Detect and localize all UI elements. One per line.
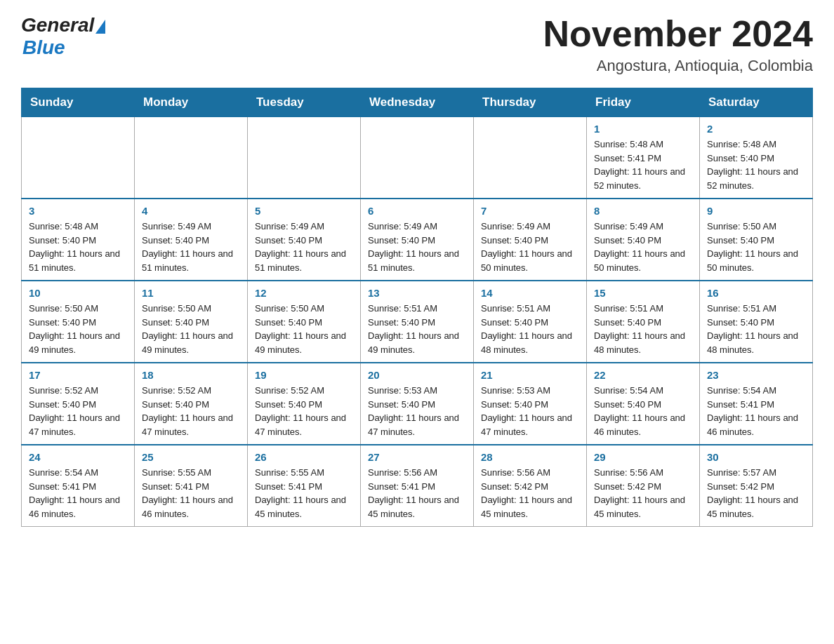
day-number: 8 [594, 205, 692, 217]
day-info: Sunrise: 5:48 AM Sunset: 5:40 PM Dayligh… [29, 220, 127, 274]
day-number: 25 [142, 451, 240, 463]
day-of-week-header: Tuesday [248, 88, 361, 117]
day-number: 22 [594, 369, 692, 381]
calendar-week-row: 1Sunrise: 5:48 AM Sunset: 5:41 PM Daylig… [22, 117, 813, 199]
day-number: 17 [29, 369, 127, 381]
calendar-week-row: 10Sunrise: 5:50 AM Sunset: 5:40 PM Dayli… [22, 281, 813, 363]
day-number: 23 [707, 369, 805, 381]
day-info: Sunrise: 5:52 AM Sunset: 5:40 PM Dayligh… [142, 384, 240, 438]
day-of-week-header: Thursday [474, 88, 587, 117]
calendar-cell [135, 117, 248, 199]
calendar-cell: 2Sunrise: 5:48 AM Sunset: 5:40 PM Daylig… [700, 117, 813, 199]
day-info: Sunrise: 5:54 AM Sunset: 5:41 PM Dayligh… [707, 384, 805, 438]
day-info: Sunrise: 5:55 AM Sunset: 5:41 PM Dayligh… [255, 466, 353, 521]
location: Angostura, Antioquia, Colombia [543, 57, 813, 75]
day-info: Sunrise: 5:51 AM Sunset: 5:40 PM Dayligh… [481, 302, 579, 356]
calendar-week-row: 3Sunrise: 5:48 AM Sunset: 5:40 PM Daylig… [22, 199, 813, 281]
day-number: 20 [368, 369, 466, 381]
calendar-cell: 22Sunrise: 5:54 AM Sunset: 5:40 PM Dayli… [587, 363, 700, 445]
month-title: November 2024 [543, 14, 813, 54]
calendar-cell: 14Sunrise: 5:51 AM Sunset: 5:40 PM Dayli… [474, 281, 587, 363]
calendar-cell: 4Sunrise: 5:49 AM Sunset: 5:40 PM Daylig… [135, 199, 248, 281]
day-number: 4 [142, 205, 240, 217]
calendar-week-row: 17Sunrise: 5:52 AM Sunset: 5:40 PM Dayli… [22, 363, 813, 445]
calendar-cell [361, 117, 474, 199]
calendar-cell: 6Sunrise: 5:49 AM Sunset: 5:40 PM Daylig… [361, 199, 474, 281]
day-number: 12 [255, 287, 353, 299]
calendar-cell: 23Sunrise: 5:54 AM Sunset: 5:41 PM Dayli… [700, 363, 813, 445]
calendar-cell: 19Sunrise: 5:52 AM Sunset: 5:40 PM Dayli… [248, 363, 361, 445]
day-info: Sunrise: 5:48 AM Sunset: 5:41 PM Dayligh… [594, 137, 692, 192]
day-info: Sunrise: 5:50 AM Sunset: 5:40 PM Dayligh… [707, 220, 805, 274]
calendar-cell: 30Sunrise: 5:57 AM Sunset: 5:42 PM Dayli… [700, 445, 813, 527]
day-info: Sunrise: 5:54 AM Sunset: 5:41 PM Dayligh… [29, 466, 127, 521]
day-number: 18 [142, 369, 240, 381]
page-header: General Blue November 2024 Angostura, An… [21, 14, 813, 75]
calendar-cell [22, 117, 135, 199]
day-of-week-header: Wednesday [361, 88, 474, 117]
day-info: Sunrise: 5:49 AM Sunset: 5:40 PM Dayligh… [594, 220, 692, 274]
calendar-cell: 8Sunrise: 5:49 AM Sunset: 5:40 PM Daylig… [587, 199, 700, 281]
calendar-cell: 26Sunrise: 5:55 AM Sunset: 5:41 PM Dayli… [248, 445, 361, 527]
day-number: 13 [368, 287, 466, 299]
calendar-cell: 7Sunrise: 5:49 AM Sunset: 5:40 PM Daylig… [474, 199, 587, 281]
day-number: 11 [142, 287, 240, 299]
day-info: Sunrise: 5:49 AM Sunset: 5:40 PM Dayligh… [255, 220, 353, 274]
day-of-week-header: Friday [587, 88, 700, 117]
calendar-week-row: 24Sunrise: 5:54 AM Sunset: 5:41 PM Dayli… [22, 445, 813, 527]
day-number: 21 [481, 369, 579, 381]
day-info: Sunrise: 5:49 AM Sunset: 5:40 PM Dayligh… [142, 220, 240, 274]
calendar-cell: 18Sunrise: 5:52 AM Sunset: 5:40 PM Dayli… [135, 363, 248, 445]
day-info: Sunrise: 5:49 AM Sunset: 5:40 PM Dayligh… [368, 220, 466, 274]
calendar-cell: 16Sunrise: 5:51 AM Sunset: 5:40 PM Dayli… [700, 281, 813, 363]
day-info: Sunrise: 5:50 AM Sunset: 5:40 PM Dayligh… [255, 302, 353, 356]
day-of-week-header: Sunday [22, 88, 135, 117]
day-number: 5 [255, 205, 353, 217]
calendar-table: SundayMondayTuesdayWednesdayThursdayFrid… [21, 88, 813, 527]
day-number: 2 [707, 123, 805, 135]
day-number: 10 [29, 287, 127, 299]
day-number: 28 [481, 451, 579, 463]
calendar-cell: 15Sunrise: 5:51 AM Sunset: 5:40 PM Dayli… [587, 281, 700, 363]
calendar-cell: 21Sunrise: 5:53 AM Sunset: 5:40 PM Dayli… [474, 363, 587, 445]
calendar-cell: 25Sunrise: 5:55 AM Sunset: 5:41 PM Dayli… [135, 445, 248, 527]
day-number: 27 [368, 451, 466, 463]
calendar-cell: 12Sunrise: 5:50 AM Sunset: 5:40 PM Dayli… [248, 281, 361, 363]
day-info: Sunrise: 5:56 AM Sunset: 5:42 PM Dayligh… [481, 466, 579, 521]
logo: General Blue [21, 14, 105, 59]
calendar-cell: 11Sunrise: 5:50 AM Sunset: 5:40 PM Dayli… [135, 281, 248, 363]
calendar-cell: 10Sunrise: 5:50 AM Sunset: 5:40 PM Dayli… [22, 281, 135, 363]
day-number: 7 [481, 205, 579, 217]
day-number: 30 [707, 451, 805, 463]
day-number: 15 [594, 287, 692, 299]
day-info: Sunrise: 5:56 AM Sunset: 5:41 PM Dayligh… [368, 466, 466, 521]
day-info: Sunrise: 5:49 AM Sunset: 5:40 PM Dayligh… [481, 220, 579, 274]
calendar-cell: 17Sunrise: 5:52 AM Sunset: 5:40 PM Dayli… [22, 363, 135, 445]
day-number: 6 [368, 205, 466, 217]
day-info: Sunrise: 5:55 AM Sunset: 5:41 PM Dayligh… [142, 466, 240, 521]
logo-triangle-icon [95, 20, 105, 34]
day-number: 19 [255, 369, 353, 381]
day-number: 24 [29, 451, 127, 463]
day-info: Sunrise: 5:53 AM Sunset: 5:40 PM Dayligh… [481, 384, 579, 438]
calendar-cell: 28Sunrise: 5:56 AM Sunset: 5:42 PM Dayli… [474, 445, 587, 527]
day-info: Sunrise: 5:52 AM Sunset: 5:40 PM Dayligh… [255, 384, 353, 438]
calendar-cell: 29Sunrise: 5:56 AM Sunset: 5:42 PM Dayli… [587, 445, 700, 527]
day-info: Sunrise: 5:56 AM Sunset: 5:42 PM Dayligh… [594, 466, 692, 521]
calendar-cell: 3Sunrise: 5:48 AM Sunset: 5:40 PM Daylig… [22, 199, 135, 281]
calendar-cell: 13Sunrise: 5:51 AM Sunset: 5:40 PM Dayli… [361, 281, 474, 363]
calendar-cell: 9Sunrise: 5:50 AM Sunset: 5:40 PM Daylig… [700, 199, 813, 281]
day-info: Sunrise: 5:50 AM Sunset: 5:40 PM Dayligh… [29, 302, 127, 356]
day-number: 14 [481, 287, 579, 299]
day-info: Sunrise: 5:54 AM Sunset: 5:40 PM Dayligh… [594, 384, 692, 438]
day-of-week-header: Monday [135, 88, 248, 117]
day-info: Sunrise: 5:51 AM Sunset: 5:40 PM Dayligh… [368, 302, 466, 356]
day-number: 1 [594, 123, 692, 135]
day-number: 16 [707, 287, 805, 299]
calendar-cell: 24Sunrise: 5:54 AM Sunset: 5:41 PM Dayli… [22, 445, 135, 527]
title-area: November 2024 Angostura, Antioquia, Colo… [543, 14, 813, 75]
day-info: Sunrise: 5:50 AM Sunset: 5:40 PM Dayligh… [142, 302, 240, 356]
day-info: Sunrise: 5:48 AM Sunset: 5:40 PM Dayligh… [707, 137, 805, 192]
logo-general-text: General [21, 14, 94, 36]
day-info: Sunrise: 5:51 AM Sunset: 5:40 PM Dayligh… [707, 302, 805, 356]
